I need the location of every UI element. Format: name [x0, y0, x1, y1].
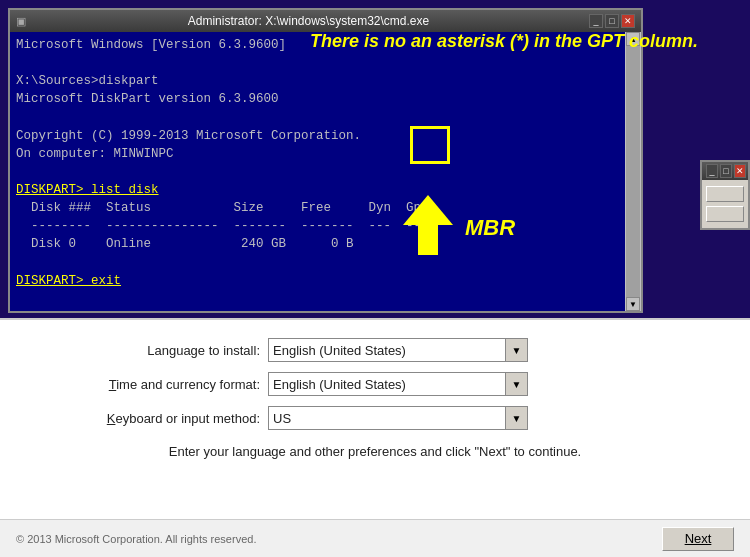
cmd-body: Microsoft Windows [Version 6.3.9600] X:\… [10, 32, 641, 311]
restore-button[interactable]: □ [605, 14, 619, 28]
scroll-down-arrow[interactable]: ▼ [626, 297, 640, 311]
scrollbar-track [626, 46, 640, 297]
minimize-button[interactable]: _ [589, 14, 603, 28]
language-dropdown-arrow[interactable]: ▼ [505, 339, 527, 361]
keyboard-value: US [269, 411, 505, 426]
language-value: English (United States) [269, 343, 505, 358]
language-label: Language to install: [40, 343, 260, 358]
arrow-body [418, 220, 438, 255]
next-button[interactable]: Next [662, 527, 734, 551]
time-label: Time and currency format: [40, 377, 260, 392]
setup-info: Enter your language and other preference… [40, 444, 710, 459]
scrollbar[interactable]: ▲ ▼ [625, 32, 641, 311]
mini-close[interactable]: ✕ [734, 164, 746, 178]
language-row: Language to install: English (United Sta… [40, 338, 710, 362]
mini-window: _ □ ✕ [700, 160, 750, 230]
mini-titlebar: _ □ ✕ [702, 162, 748, 180]
cmd-icon: ▣ [16, 15, 26, 28]
scroll-up-arrow[interactable]: ▲ [626, 32, 640, 46]
time-dropdown-arrow[interactable]: ▼ [505, 373, 527, 395]
mbr-label: MBR [465, 215, 515, 241]
keyboard-label: Keyboard or input method: [40, 411, 260, 426]
cmd-title: Administrator: X:\windows\system32\cmd.e… [30, 14, 587, 28]
mini-restore[interactable]: □ [720, 164, 732, 178]
cmd-controls: _ □ ✕ [587, 14, 635, 28]
cmd-titlebar: ▣ Administrator: X:\windows\system32\cmd… [10, 10, 641, 32]
cmd-output: Microsoft Windows [Version 6.3.9600] X:\… [16, 36, 635, 311]
keyboard-select[interactable]: US ▼ [268, 406, 528, 430]
keyboard-row: Keyboard or input method: US ▼ [40, 406, 710, 430]
mini-body [702, 180, 748, 228]
mini-btn-2 [706, 206, 744, 222]
cmd-window: ▣ Administrator: X:\windows\system32\cmd… [8, 8, 643, 313]
mini-minimize[interactable]: _ [706, 164, 718, 178]
setup-content: Language to install: English (United Sta… [0, 320, 750, 479]
setup-footer: © 2013 Microsoft Corporation. All rights… [0, 519, 750, 557]
close-button[interactable]: ✕ [621, 14, 635, 28]
language-select[interactable]: English (United States) ▼ [268, 338, 528, 362]
copyright-text: © 2013 Microsoft Corporation. All rights… [16, 533, 256, 545]
time-row: Time and currency format: English (Unite… [40, 372, 710, 396]
keyboard-dropdown-arrow[interactable]: ▼ [505, 407, 527, 429]
time-select[interactable]: English (United States) ▼ [268, 372, 528, 396]
setup-panel: Language to install: English (United Sta… [0, 318, 750, 557]
mini-btn-1 [706, 186, 744, 202]
time-value: English (United States) [269, 377, 505, 392]
